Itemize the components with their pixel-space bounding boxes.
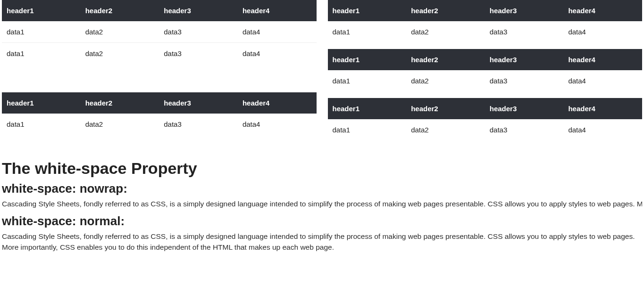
table-header-cell: header1	[2, 92, 81, 114]
table-row: data1 data2 data3 data4	[328, 119, 643, 140]
table-header-cell: header4	[563, 49, 642, 70]
table-cell: data4	[238, 21, 317, 43]
table-header-cell: header2	[406, 49, 485, 70]
table-row: data1 data2 data3 data4	[2, 21, 317, 43]
table-right-2: header1 header2 header3 header4 data1 da…	[328, 49, 643, 91]
section-heading-nowrap: white-space: nowrap:	[2, 181, 642, 196]
table-cell: data3	[159, 43, 238, 65]
table-row: data1 data2 data3 data4	[2, 43, 317, 65]
table-left-bottom: header1 header2 header3 header4 data1 da…	[2, 92, 317, 135]
table-header-cell: header2	[406, 98, 485, 119]
table-row: data1 data2 data3 data4	[2, 114, 317, 135]
table-right-1: header1 header2 header3 header4 data1 da…	[328, 0, 643, 42]
table-cell: data2	[81, 21, 159, 43]
table-cell: data4	[238, 114, 317, 135]
table-cell: data4	[563, 21, 642, 42]
table-cell: data1	[2, 114, 81, 135]
table-header-cell: header1	[328, 0, 407, 21]
table-header-cell: header2	[81, 92, 159, 114]
page-title: The white-space Property	[2, 159, 642, 178]
table-header-cell: header3	[485, 0, 564, 21]
table-cell: data3	[485, 119, 564, 140]
table-row: data1 data2 data3 data4	[328, 70, 643, 91]
article: The white-space Property white-space: no…	[0, 159, 644, 253]
table-header-cell: header3	[159, 0, 238, 21]
table-left-top: header1 header2 header3 header4 data1 da…	[2, 0, 317, 64]
table-header-cell: header3	[159, 92, 238, 114]
table-cell: data1	[2, 21, 81, 43]
table-header-cell: header1	[328, 49, 407, 70]
table-row: data1 data2 data3 data4	[328, 21, 643, 42]
table-cell: data4	[238, 43, 317, 65]
section-heading-normal: white-space: normal:	[2, 214, 642, 229]
table-cell: data1	[328, 119, 407, 140]
table-header-cell: header2	[81, 0, 159, 21]
table-header-cell: header3	[485, 98, 564, 119]
table-header-cell: header2	[406, 0, 485, 21]
table-cell: data4	[563, 70, 642, 91]
table-cell: data1	[328, 70, 407, 91]
table-cell: data1	[2, 43, 81, 65]
table-header-cell: header4	[238, 92, 317, 114]
table-header-row: header1 header2 header3 header4	[2, 92, 317, 114]
table-header-cell: header1	[328, 98, 407, 119]
table-cell: data3	[159, 21, 238, 43]
table-header-row: header1 header2 header3 header4	[328, 98, 643, 119]
right-column: header1 header2 header3 header4 data1 da…	[328, 0, 643, 147]
table-right-3: header1 header2 header3 header4 data1 da…	[328, 98, 643, 140]
table-header-row: header1 header2 header3 header4	[328, 49, 643, 70]
table-cell: data2	[81, 43, 159, 65]
table-cell: data2	[406, 119, 485, 140]
table-header-cell: header3	[485, 49, 564, 70]
table-cell: data2	[406, 21, 485, 42]
table-header-row: header1 header2 header3 header4	[328, 0, 643, 21]
table-cell: data4	[563, 119, 642, 140]
table-cell: data1	[328, 21, 407, 42]
paragraph-normal: Cascading Style Sheets, fondly referred …	[2, 231, 642, 253]
table-cell: data2	[406, 70, 485, 91]
table-header-row: header1 header2 header3 header4	[2, 0, 317, 21]
table-cell: data2	[81, 114, 159, 135]
left-column: header1 header2 header3 header4 data1 da…	[2, 0, 317, 147]
table-cell: data3	[485, 21, 564, 42]
table-header-cell: header4	[563, 0, 642, 21]
table-cell: data3	[159, 114, 238, 135]
table-header-cell: header4	[238, 0, 317, 21]
table-header-cell: header4	[563, 98, 642, 119]
table-header-cell: header1	[2, 0, 81, 21]
paragraph-nowrap: Cascading Style Sheets, fondly referred …	[2, 199, 642, 209]
table-cell: data3	[485, 70, 564, 91]
